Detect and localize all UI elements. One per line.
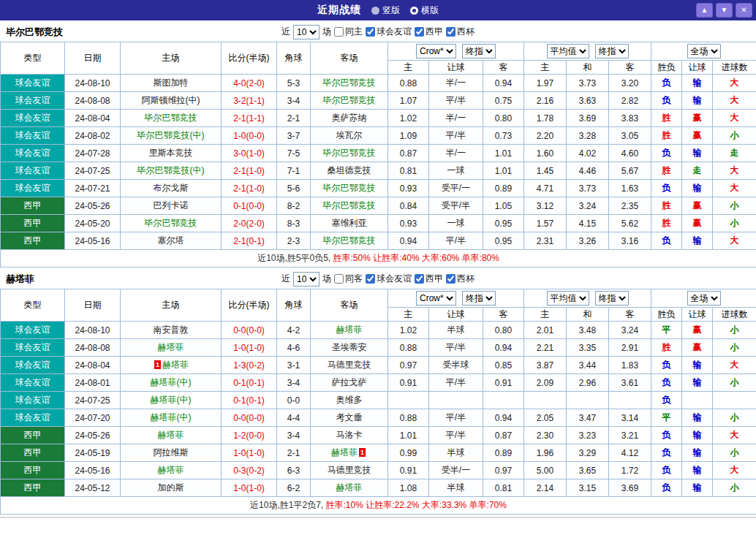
table-row: 球会友谊24-08-041赫塔菲1-3(0-2)3-1马德里竞技0.97受半球0… (1, 357, 756, 374)
radio-vertical-layout[interactable]: 竖版 (371, 4, 400, 17)
games-unit-label: 场 (322, 273, 331, 285)
games-count-select[interactable]: 10 (293, 25, 320, 39)
team-label: 阿斯顿维拉(中) (142, 95, 200, 105)
close-button[interactable]: ✕ (736, 3, 752, 18)
league-checkbox-friendly[interactable] (366, 27, 375, 37)
league-filter-friendly[interactable]: 球会友谊 (366, 273, 412, 285)
home-team: 南安普敦 (121, 322, 222, 339)
home-team: 毕尔巴鄂竞技(中) (121, 127, 222, 145)
same-venue-label: 同主 (345, 26, 363, 38)
competition-type: 球会友谊 (1, 162, 65, 180)
column-header-away: 客场 (311, 42, 388, 75)
handicap-result: 赢 (682, 215, 713, 232)
goals-result: 小 (713, 374, 756, 392)
table-row: 西甲24-05-12加的斯1-0(1-0)6-2赫塔菲1.08半球0.812.1… (1, 479, 756, 497)
handicap-odds: 0.81 (483, 479, 524, 497)
title-bar-center: 近期战绩 竖版 横版 (0, 4, 756, 17)
corners: 3-4 (277, 92, 311, 110)
avg-odds: 2.01 (524, 322, 567, 339)
team-name: 毕尔巴鄂竞技 (6, 26, 63, 39)
goals-result: 小 (713, 444, 756, 462)
avg-odds: 3.48 (567, 322, 609, 339)
final-odds-select[interactable]: 终指 (595, 291, 629, 306)
final-odds-select[interactable]: 终指 (462, 291, 496, 306)
team-label: 毕尔巴鄂竞技 (145, 113, 197, 123)
fulltime-select[interactable]: 全场 (687, 291, 721, 306)
team-label: 赫塔菲 (336, 482, 363, 493)
corners: 4-2 (277, 322, 311, 339)
league-filter-copa[interactable]: 西杯 (446, 26, 475, 38)
bookmaker-odds-group: Crow* 终指 (388, 42, 524, 61)
home-team: 布尔戈斯 (121, 180, 222, 197)
avg-odds: 2.31 (524, 232, 567, 250)
radio-horizontal-layout[interactable]: 横版 (410, 4, 439, 17)
corners: 3-4 (277, 374, 311, 392)
league-checkbox-copa[interactable] (446, 274, 456, 284)
wdl-result: 负 (651, 75, 682, 92)
wdl-result: 负 (651, 444, 682, 462)
match-date: 24-07-28 (65, 145, 121, 162)
league-checkbox-laliga[interactable] (415, 274, 424, 284)
score-halftime: 1-2(0-0) (222, 427, 277, 444)
league-filter-laliga[interactable]: 西甲 (415, 273, 443, 285)
wdl-result: 胜 (651, 215, 682, 232)
league-checkbox-copa[interactable] (446, 27, 456, 37)
team-label: 塞尔塔 (158, 235, 184, 246)
team-label: 毕尔巴鄂竞技(中) (137, 165, 205, 175)
match-date: 24-08-01 (65, 374, 121, 392)
league-filter-copa[interactable]: 西杯 (446, 273, 475, 285)
subheader-wdl: 胜负 (651, 61, 682, 75)
handicap-line: 半/一 (429, 110, 483, 127)
match-date: 24-05-26 (65, 427, 121, 444)
match-date: 24-08-02 (65, 127, 121, 145)
bookmaker-select[interactable]: Crow* (416, 291, 456, 306)
corners: 5-6 (277, 180, 311, 197)
match-date: 24-05-16 (65, 462, 121, 479)
avg-odds: 5.00 (524, 462, 567, 479)
handicap-line: 半球 (429, 444, 483, 462)
same-venue-label: 同客 (345, 273, 363, 285)
score-halftime: 0-1(0-0) (222, 197, 277, 215)
handicap-odds: 0.85 (483, 357, 524, 374)
handicap-result: 输 (682, 427, 713, 444)
subheader-home-odds: 主 (388, 308, 429, 322)
score-halftime: 2-1(1-0) (222, 180, 277, 197)
match-date: 24-05-12 (65, 479, 121, 497)
summary-segment: 让胜率:40% (371, 253, 420, 263)
average-select[interactable]: 平均值 (547, 44, 589, 58)
competition-type: 球会友谊 (1, 75, 65, 92)
radio-horizontal-label: 横版 (421, 4, 439, 17)
corners: 6-2 (277, 479, 311, 497)
scroll-down-button[interactable]: ▼ (716, 3, 733, 18)
league-checkbox-friendly[interactable] (366, 274, 375, 284)
league-filter-laliga[interactable]: 西甲 (415, 26, 443, 38)
games-count-select[interactable]: 10 (293, 272, 320, 287)
bookmaker-select[interactable]: Crow* (416, 44, 456, 58)
team-label: 毕尔巴鄂竞技 (323, 200, 376, 210)
scroll-up-button[interactable]: ▲ (696, 3, 713, 18)
league-checkbox-laliga[interactable] (415, 27, 424, 37)
same-venue-checkbox[interactable] (334, 27, 344, 37)
table-row: 球会友谊24-07-20赫塔菲(中)0-0(0-0)4-4考文垂0.88平/半0… (1, 409, 756, 427)
fulltime-select[interactable]: 全场 (687, 44, 721, 58)
same-venue-filter[interactable]: 同主 (334, 26, 363, 38)
final-odds-select[interactable]: 终指 (595, 44, 629, 58)
handicap-odds: 0.94 (483, 339, 524, 357)
team-name: 赫塔菲 (6, 273, 34, 286)
avg-odds: 3.28 (567, 127, 609, 145)
same-venue-checkbox[interactable] (334, 274, 344, 284)
league-filter-friendly[interactable]: 球会友谊 (366, 26, 412, 38)
home-team: 毕尔巴鄂竞技(中) (121, 162, 222, 180)
same-venue-filter[interactable]: 同客 (334, 273, 363, 285)
summary-segment: 单率:70% (466, 500, 507, 510)
average-select[interactable]: 平均值 (547, 291, 589, 306)
avg-odds: 5.67 (609, 162, 651, 180)
away-team: 萨拉戈萨 (311, 374, 388, 392)
goals-result: 大 (713, 162, 756, 180)
column-header-score: 比分(半场) (222, 289, 277, 322)
handicap-result: 输 (682, 479, 713, 497)
handicap-odds: 0.91 (483, 374, 524, 392)
final-odds-select[interactable]: 终指 (462, 44, 496, 58)
home-team-section: 毕尔巴鄂竞技 近 10 场 同主 球会友谊 西甲 西杯 (0, 22, 756, 268)
handicap-odds: 1.01 (483, 145, 524, 162)
